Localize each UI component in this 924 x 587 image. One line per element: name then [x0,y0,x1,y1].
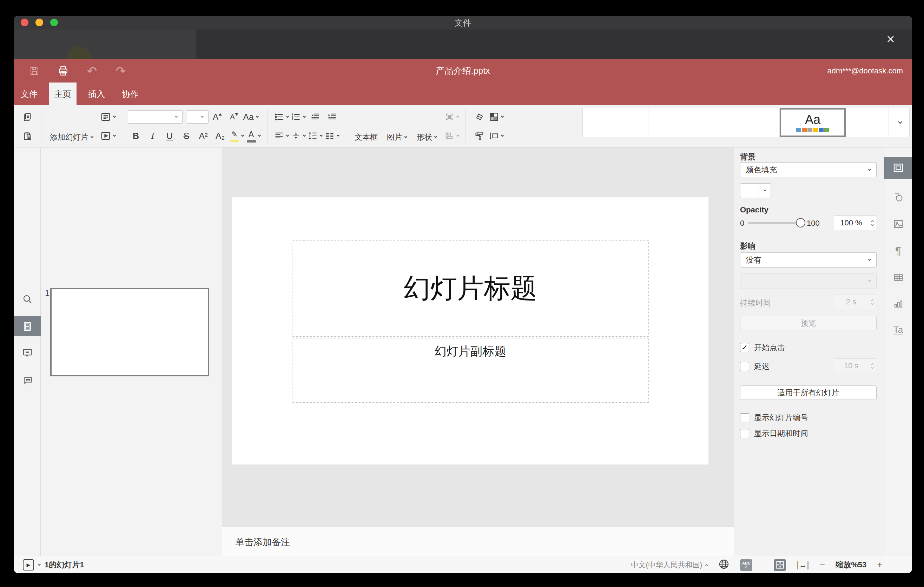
bullet-list-button[interactable] [274,109,290,125]
fit-width-icon[interactable]: |↔| [797,560,809,570]
slide-layout-button[interactable] [100,109,116,125]
align-objects-button[interactable] [444,128,460,144]
document-name: 产品介绍.pptx [14,59,912,82]
background-fill-select[interactable]: 颜色填充 [740,162,876,177]
swatch [813,128,818,132]
theme-option[interactable] [714,108,780,137]
show-slide-number-checkbox[interactable] [740,413,749,422]
decrease-font-button[interactable]: A [226,109,242,125]
theme-option-selected[interactable]: Aa [780,108,846,137]
decrease-indent-button[interactable] [307,109,323,125]
paragraph-settings-icon[interactable]: ¶ [884,241,912,261]
subscript-button[interactable]: A₂ [212,128,228,144]
search-icon[interactable] [14,289,41,309]
effect-select[interactable]: 没有 [740,252,876,267]
swatch [824,128,829,132]
underline-button[interactable]: U [162,128,178,144]
textbox-button[interactable]: 文本框 [352,107,381,145]
start-on-click-checkbox[interactable]: ✓ [740,343,749,352]
font-name-select[interactable] [128,110,183,124]
opacity-min: 0 [740,219,744,228]
slide-size-button[interactable] [488,128,505,144]
superscript-button[interactable]: A² [195,128,211,144]
slide-canvas[interactable]: 幻灯片标题 幻灯片副标题 [232,197,708,465]
fit-slide-icon[interactable] [774,559,786,571]
delay-checkbox[interactable] [740,362,749,371]
notes-area[interactable]: 单击添加备注 [222,527,734,556]
vertical-align-button[interactable] [290,128,307,144]
left-sidebar [14,147,41,556]
show-date-time-checkbox[interactable] [740,429,749,438]
theme-option[interactable] [648,108,714,137]
preview-button: 预览 [740,316,876,330]
close-icon[interactable]: × [883,31,898,47]
theme-option[interactable] [846,108,889,137]
opacity-slider-knob[interactable] [796,218,805,228]
italic-button[interactable]: I [145,128,161,144]
highlight-color-button[interactable]: ✎ [229,128,245,144]
copy-style-button[interactable] [472,128,488,144]
strikethrough-button[interactable]: S [178,128,195,144]
insert-shape-button[interactable]: 形状 [414,107,440,145]
opacity-spinner[interactable]: 100 % [834,216,876,230]
arrange-objects-button[interactable] [444,109,460,125]
effect-type-select [740,274,876,289]
font-size-select[interactable] [186,110,208,124]
increase-font-button[interactable]: A [209,109,225,125]
tab-file[interactable]: 文件 [15,82,43,106]
columns-button[interactable] [324,128,340,144]
theme-gallery-expand-button[interactable] [889,108,909,137]
start-on-click-label: 开始点击 [754,342,785,353]
color-scheme-button[interactable] [488,109,505,125]
numbered-list-button[interactable] [290,109,307,125]
bold-button[interactable]: B [128,128,144,144]
insert-image-button[interactable]: 图片 [384,107,411,145]
add-slide-button[interactable]: 添加幻灯片 [47,107,97,145]
slide-settings-icon[interactable] [884,157,912,179]
status-bar: ▶ 1的幻灯片1 中文(中华人民共和国) ABC✓ |↔| [14,556,912,573]
slide-info: 1的幻灯片1 [45,560,84,570]
font-color-button[interactable]: A [246,128,262,144]
right-sidebar: ¶ Ta [884,147,912,556]
clear-style-button[interactable] [472,109,488,125]
start-slideshow-status-button[interactable]: ▶ [23,559,34,571]
theme-option[interactable] [583,108,648,137]
increase-indent-button[interactable] [324,109,340,125]
comments-icon[interactable] [14,343,41,363]
zoom-in-button[interactable]: + [877,560,883,570]
check-icon: ✓ [741,343,748,352]
spellcheck-language-icon[interactable] [718,559,729,571]
spellcheck-icon[interactable]: ABC✓ [740,559,752,571]
line-spacing-button[interactable] [307,128,323,144]
image-settings-icon[interactable] [884,214,912,234]
chat-icon[interactable] [14,370,41,389]
change-case-button[interactable]: Aa [243,109,259,125]
horizontal-align-button[interactable] [274,128,290,144]
user-email: adm***@dootask.com [827,59,903,82]
table-settings-icon[interactable] [884,267,912,287]
chevron-down-icon[interactable] [38,563,41,566]
highlighter-icon: ✎ [231,130,237,139]
opacity-slider-track[interactable] [748,222,801,224]
apply-to-all-button[interactable]: 适用于所有幻灯片 [740,386,876,400]
show-slide-number-label: 显示幻灯片编号 [754,412,808,423]
chevron-down-icon [759,183,771,198]
tab-home[interactable]: 主页 [49,82,76,106]
background-color-picker[interactable] [740,183,771,198]
tab-collaboration[interactable]: 协作 [117,82,144,106]
language-selector[interactable]: 中文(中华人民共和国) [631,560,708,570]
textart-settings-icon[interactable]: Ta [884,320,912,340]
zoom-out-button[interactable]: − [819,560,825,570]
paste-button[interactable] [19,128,35,144]
slide-thumbnail[interactable] [50,288,209,376]
slides-panel-icon[interactable] [14,316,41,336]
start-slideshow-button[interactable] [100,128,116,144]
spinner-arrows-icon[interactable] [871,216,873,230]
title-placeholder[interactable]: 幻灯片标题 [292,241,649,337]
slide-title-text: 幻灯片标题 [404,271,537,307]
subtitle-placeholder[interactable]: 幻灯片副标题 [292,338,649,403]
shape-settings-icon[interactable] [884,188,912,207]
copy-button[interactable] [19,109,35,125]
chart-settings-icon[interactable] [884,294,912,314]
tab-insert[interactable]: 插入 [83,82,110,106]
